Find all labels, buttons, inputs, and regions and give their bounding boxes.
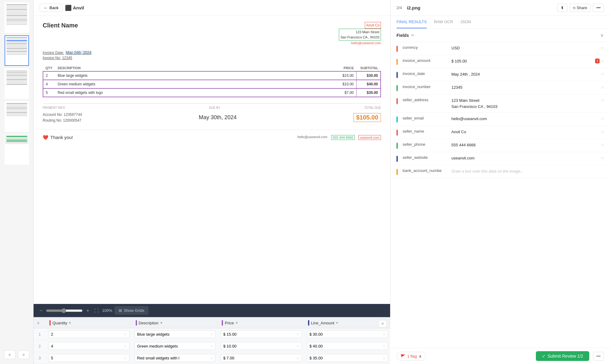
lineamt-input-1[interactable] <box>310 332 381 337</box>
invoice-date-check[interactable]: ○ <box>601 71 604 77</box>
seller-address-color-bar <box>396 98 398 104</box>
currency-field-name: currency <box>403 45 451 50</box>
row-3-qty[interactable]: ○ <box>46 352 132 364</box>
seller-name-check[interactable]: ○ <box>601 129 604 134</box>
quantity-chevron-icon: ▾ <box>69 321 71 325</box>
back-button[interactable]: ← Back <box>40 4 63 12</box>
next-page-button[interactable]: > <box>18 350 30 359</box>
row-1-price[interactable]: ○ <box>218 328 304 340</box>
qty-input-1[interactable] <box>51 332 122 337</box>
price-input-1[interactable] <box>223 332 295 337</box>
row-3-num: 3 <box>34 352 46 364</box>
zoom-out-button[interactable]: − <box>38 307 44 315</box>
contact-website: useanvil.com <box>358 135 381 140</box>
contact-email: hello@useanvil.com <box>297 135 328 140</box>
th-desc: DESCRIPTION <box>55 65 332 71</box>
thumbnail-2[interactable] <box>5 35 29 66</box>
desc-check-1[interactable]: ○ <box>210 332 213 337</box>
seller-website-check[interactable]: ○ <box>601 155 604 161</box>
col-price-header[interactable]: Price ▾ <box>218 318 304 328</box>
qty-input-3[interactable] <box>51 356 122 360</box>
row-2-desc[interactable]: ○ <box>132 340 218 352</box>
bottom-toolbar: 🚩 1 flag ∧ ✓ Submit Review 1/2 ••• <box>390 348 610 364</box>
row-1-qty[interactable]: ○ <box>46 328 132 340</box>
share-button[interactable]: ⎋ Share <box>570 4 591 12</box>
qty-check-1[interactable]: ○ <box>124 332 127 337</box>
seller-email-check[interactable]: ○ <box>601 116 604 121</box>
submit-label: Submit Review 1/2 <box>547 354 583 359</box>
collapse-icon[interactable]: ∨ <box>600 32 604 38</box>
row-1-num: 1 <box>34 328 46 340</box>
price-check-2[interactable]: ○ <box>296 344 299 348</box>
desc-chevron-icon: ▾ <box>160 321 162 325</box>
row-1-desc[interactable]: ○ <box>132 328 218 340</box>
invoice-amount-check[interactable]: ○ <box>601 58 604 64</box>
show-grids-button[interactable]: ⊞ Show Grids <box>115 306 148 315</box>
page-indicator: 2/4 <box>396 5 402 10</box>
lineamt-check-1[interactable]: ○ <box>383 332 385 337</box>
row-3-price[interactable]: ○ <box>218 352 304 364</box>
lineamt-input-2[interactable] <box>310 344 381 348</box>
price-input-2[interactable] <box>223 344 295 348</box>
flag-button[interactable]: 🚩 1 flag ∧ <box>396 352 426 361</box>
flag-count: 1 flag <box>407 354 417 359</box>
row-2-price[interactable]: ○ <box>218 340 304 352</box>
more-options-button[interactable]: ••• <box>593 4 604 12</box>
price-color-bar <box>222 320 223 326</box>
close-table-button[interactable]: × <box>379 320 387 327</box>
seller-name-field-name: seller_name <box>403 129 451 134</box>
lineamt-input-3[interactable] <box>310 356 381 360</box>
logo-text: Anvil <box>73 5 84 10</box>
col-quantity-header[interactable]: Quantity ▾ <box>46 318 132 328</box>
row-1-lineamt[interactable]: ○ <box>304 328 391 340</box>
total-amount: $105.00 <box>353 113 381 122</box>
tab-json[interactable]: JSON <box>460 16 471 28</box>
upload-button[interactable]: ⬆ <box>557 4 567 12</box>
thumbnail-3[interactable] <box>5 68 29 99</box>
zoom-slider[interactable] <box>46 308 83 313</box>
submit-review-button[interactable]: ✓ Submit Review 1/2 <box>536 351 589 361</box>
account-no-value: 123567744 <box>64 112 82 117</box>
lineamt-check-2[interactable]: ○ <box>383 344 385 348</box>
row-3-desc[interactable]: ○ <box>132 352 218 364</box>
prev-page-button[interactable]: < <box>4 350 16 359</box>
heart-icon: ❤️ <box>43 135 48 140</box>
thumbnail-5[interactable] <box>5 134 29 165</box>
thumbnail-4[interactable] <box>5 101 29 132</box>
seller-phone-check[interactable]: ○ <box>601 142 604 148</box>
row-2-lineamt[interactable]: ○ <box>304 340 391 352</box>
lineamt-col-label: Line_Amount <box>311 321 335 325</box>
zoom-in-button[interactable]: + <box>85 307 90 315</box>
thumbnail-1[interactable] <box>5 2 29 33</box>
chevron-up-icon: ∧ <box>419 354 422 359</box>
doc-content: Client Name Anvil Co 123 Main Street San… <box>34 16 390 304</box>
desc-input-2[interactable] <box>137 344 209 348</box>
invoice-number-check[interactable]: ○ <box>601 84 604 90</box>
qty-check-2[interactable]: ○ <box>124 344 127 348</box>
desc-check-3[interactable]: ○ <box>210 355 213 360</box>
row-3-lineamt[interactable]: ○ <box>304 352 391 364</box>
tab-raw-ocr[interactable]: RAW OCR <box>434 16 453 28</box>
bank-account-field-value: Draw a box over this data on the image..… <box>451 168 604 174</box>
bottom-more-button[interactable]: ••• <box>593 352 604 361</box>
qty-check-3[interactable]: ○ <box>124 355 127 360</box>
col-line-amount-header[interactable]: Line_Amount ▾ <box>304 318 391 328</box>
seller-address-check[interactable]: ○ <box>601 98 604 103</box>
currency-check[interactable]: ○ <box>601 45 604 51</box>
row-2-qty[interactable]: ○ <box>46 340 132 352</box>
price-check-3[interactable]: ○ <box>296 355 299 360</box>
flag-icon: 🚩 <box>400 354 405 359</box>
edit-icon[interactable]: ✏ <box>411 33 414 37</box>
qty-input-2[interactable] <box>51 344 122 348</box>
field-row-bank-account: bank_account_numbe Draw a box over this … <box>390 165 610 178</box>
lineamt-check-3[interactable]: ○ <box>383 355 385 360</box>
zoom-expand-button[interactable]: ⛶ <box>93 307 100 314</box>
price-input-3[interactable] <box>223 356 295 360</box>
desc-check-2[interactable]: ○ <box>210 344 213 348</box>
price-col-label: Price <box>225 321 234 325</box>
price-check-1[interactable]: ○ <box>296 332 299 337</box>
desc-input-3[interactable] <box>137 356 209 360</box>
tab-final-results[interactable]: FINAL RESULTS <box>396 16 427 28</box>
desc-input-1[interactable] <box>137 332 209 337</box>
col-description-header[interactable]: Description ▾ <box>132 318 218 328</box>
